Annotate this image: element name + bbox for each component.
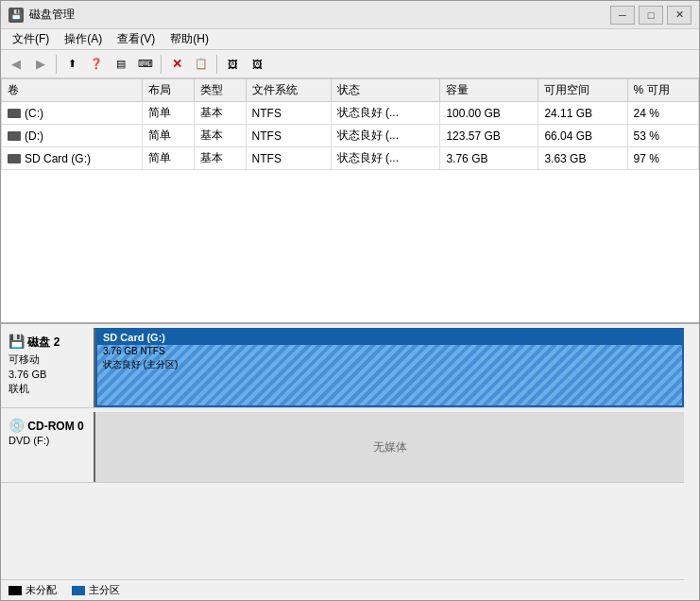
cell-layout: 简单 [143,125,195,147]
cdrom-0-icon-label: 💿 CD-ROM 0 [9,418,86,433]
cell-free: 66.04 GB [538,125,627,147]
col-pct: % 可用 [627,79,698,102]
cell-free: 3.63 GB [538,147,627,170]
legend-unalloc-label: 未分配 [26,583,57,597]
disk-2-row: 💾 磁盘 2 可移动 3.76 GB 联机 SD Card (G:) 3.76 … [1,328,684,408]
col-capacity: 容量 [440,79,538,102]
title-bar: 💾 磁盘管理 ─ □ ✕ [1,1,699,29]
cell-status: 状态良好 (... [331,102,440,125]
legend-primary-label: 主分区 [89,583,120,597]
forward-button[interactable]: ▶ [29,54,52,75]
toolbar: ◀ ▶ ⬆ ❓ ▤ ⌨ ✕ 📋 🖼 🖼 [1,50,699,78]
info-button[interactable]: ❓ [85,54,108,75]
main-content: 卷 布局 类型 文件系统 状态 容量 可用空间 % 可用 (C:) 简单 基本 … [1,78,699,600]
main-window: 💾 磁盘管理 ─ □ ✕ 文件(F) 操作(A) 查看(V) 帮助(H) ◀ ▶… [0,0,700,601]
cell-pct: 97 % [627,147,698,170]
props-button[interactable]: 📋 [190,54,213,75]
minimize-button[interactable]: ─ [610,6,635,25]
table-row[interactable]: SD Card (G:) 简单 基本 NTFS 状态良好 (... 3.76 G… [2,147,699,170]
disk-2-type: 可移动 [9,352,86,367]
disk-2-partitions: SD Card (G:) 3.76 GB NTFS 状态良好 (主分区) [95,328,684,407]
col-layout: 布局 [143,79,195,102]
volume-table: 卷 布局 类型 文件系统 状态 容量 可用空间 % 可用 (C:) 简单 基本 … [1,78,699,170]
maximize-button[interactable]: □ [639,6,663,25]
volume-list: 卷 布局 类型 文件系统 状态 容量 可用空间 % 可用 (C:) 简单 基本 … [1,78,699,324]
cell-fs: NTFS [246,147,331,170]
menu-bar: 文件(F) 操作(A) 查看(V) 帮助(H) [1,29,699,50]
back-button[interactable]: ◀ [5,54,27,75]
menu-file[interactable]: 文件(F) [5,29,57,49]
cell-free: 24.11 GB [538,102,627,125]
cell-layout: 简单 [143,147,195,170]
menu-action[interactable]: 操作(A) [57,29,110,49]
legend-unalloc: 未分配 [9,583,57,597]
window-controls: ─ □ ✕ [610,6,691,25]
legend-primary: 主分区 [72,583,120,597]
partition-sdcard-label: SD Card (G:) [97,330,682,345]
col-fs: 文件系统 [246,79,331,102]
cmd-button[interactable]: ⌨ [134,54,157,75]
cell-capacity: 100.00 GB [440,102,538,125]
cdrom-0-type: DVD (F:) [9,435,86,446]
disk-2-status: 联机 [9,382,86,396]
toolbar-sep-3 [216,55,217,74]
cell-fs: NTFS [246,102,331,125]
menu-help[interactable]: 帮助(H) [162,29,216,49]
cell-type: 基本 [194,147,246,170]
legend-primary-swatch [72,586,85,595]
img1-button[interactable]: 🖼 [221,54,244,75]
up-button[interactable]: ⬆ [60,54,83,75]
img2-button[interactable]: 🖼 [246,54,268,75]
disk-panel: 💾 磁盘 2 可移动 3.76 GB 联机 SD Card (G:) 3.76 … [1,324,699,600]
window-title: 磁盘管理 [29,7,610,23]
cell-pct: 24 % [627,102,698,125]
toolbar-sep-1 [56,55,57,74]
cell-status: 状态良好 (... [331,147,440,170]
disk-2-info: 💾 磁盘 2 可移动 3.76 GB 联机 [1,328,95,407]
disk-2-size: 3.76 GB [9,369,86,380]
col-vol: 卷 [2,79,143,102]
cell-status: 状态良好 (... [331,125,440,147]
partition-sdcard-status: 状态良好 (主分区) [97,357,682,372]
partition-sdcard[interactable]: SD Card (G:) 3.76 GB NTFS 状态良好 (主分区) [95,328,684,407]
col-status: 状态 [331,79,440,102]
cell-layout: 简单 [143,102,195,125]
cell-vol: (C:) [2,102,143,125]
cdrom-0-row: 💿 CD-ROM 0 DVD (F:) 无媒体 [1,412,684,483]
cdrom-0-info: 💿 CD-ROM 0 DVD (F:) [1,412,95,482]
legend-bar: 未分配 主分区 [1,579,684,600]
col-free: 可用空间 [538,79,627,102]
delete-button[interactable]: ✕ [165,54,188,75]
menu-view[interactable]: 查看(V) [110,29,162,49]
cell-type: 基本 [194,125,246,147]
table-row[interactable]: (D:) 简单 基本 NTFS 状态良好 (... 123.57 GB 66.0… [2,125,699,147]
cell-pct: 53 % [627,125,698,147]
cdrom-0-content: 无媒体 [95,412,684,482]
app-icon: 💾 [9,8,24,23]
cell-fs: NTFS [246,125,331,147]
cell-capacity: 3.76 GB [440,147,538,170]
disk-panel-wrapper: 💾 磁盘 2 可移动 3.76 GB 联机 SD Card (G:) 3.76 … [1,324,699,600]
table-row[interactable]: (C:) 简单 基本 NTFS 状态良好 (... 100.00 GB 24.1… [2,102,699,125]
legend-unalloc-swatch [9,586,22,595]
cell-vol: (D:) [2,125,143,147]
close-button[interactable]: ✕ [667,6,691,25]
view-button[interactable]: ▤ [110,54,132,75]
cell-capacity: 123.57 GB [440,125,538,147]
toolbar-sep-2 [161,55,162,74]
partition-sdcard-size: 3.76 GB NTFS [97,345,682,357]
cell-vol: SD Card (G:) [2,147,143,170]
disk-2-icon-label: 💾 磁盘 2 [9,334,86,351]
cell-type: 基本 [194,102,246,125]
col-type: 类型 [194,79,246,102]
